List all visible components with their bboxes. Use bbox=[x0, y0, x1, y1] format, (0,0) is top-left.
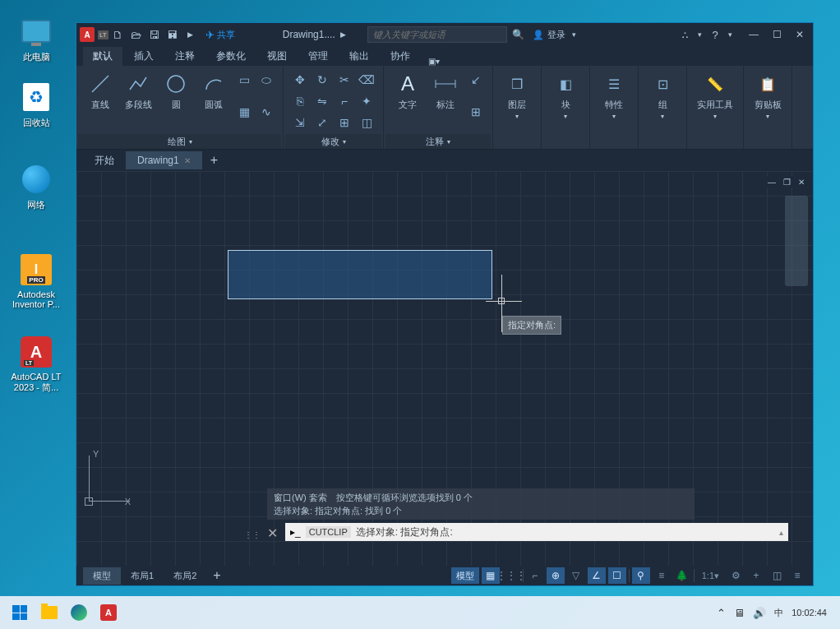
status-annoscale-button[interactable]: 1:1 ▾ bbox=[697, 567, 724, 584]
hatch-button[interactable]: ▦ bbox=[234, 103, 254, 121]
start-button[interactable] bbox=[5, 599, 35, 626]
tray-clock[interactable]: 10:02:44 bbox=[792, 608, 827, 617]
ribbon-apps-button[interactable]: ▣▾ bbox=[428, 57, 440, 66]
ribbon-tab-annotate[interactable]: 注释 bbox=[165, 47, 205, 66]
group-button[interactable]: ⊡组▾ bbox=[645, 71, 680, 132]
layout-add-button[interactable]: + bbox=[206, 566, 227, 585]
desktop-network[interactable]: 网络 bbox=[5, 163, 67, 211]
leader-button[interactable]: ↙ bbox=[466, 71, 486, 89]
status-polar-button[interactable]: ⊕ bbox=[547, 567, 565, 584]
taskbar-edge[interactable] bbox=[64, 599, 94, 626]
doc-tab-add[interactable]: + bbox=[202, 150, 226, 171]
tray-ime[interactable]: 中 bbox=[774, 607, 783, 619]
layout-tab-layout2[interactable]: 布局2 bbox=[164, 567, 206, 585]
offset-button[interactable]: ◫ bbox=[357, 113, 376, 132]
tray-network-icon[interactable]: 🖥 bbox=[734, 607, 745, 619]
layout-tab-layout1[interactable]: 布局1 bbox=[121, 567, 164, 585]
close-button[interactable]: ✕ bbox=[790, 26, 810, 43]
trim-button[interactable]: ✂ bbox=[335, 71, 354, 89]
fillet-button[interactable]: ⌐ bbox=[335, 92, 354, 110]
table-button[interactable]: ⊞ bbox=[466, 103, 486, 121]
status-snap-button[interactable]: ⋮⋮⋮ bbox=[502, 567, 520, 584]
ribbon-tab-output[interactable]: 输出 bbox=[339, 47, 379, 66]
ellipse-button[interactable]: ⬭ bbox=[256, 71, 276, 89]
search-input[interactable] bbox=[373, 30, 501, 39]
array-button[interactable]: ⊞ bbox=[335, 113, 354, 132]
panel-annot-label[interactable]: 注释▾ bbox=[385, 134, 491, 149]
mirror-button[interactable]: ⇋ bbox=[312, 92, 332, 110]
close-icon[interactable]: ✕ bbox=[184, 156, 191, 165]
rotate-button[interactable]: ↻ bbox=[312, 71, 332, 89]
drawing-canvas[interactable]: — ❐ ✕ 指定对角点: 窗口(W) 套索 按空格键可循环浏览选项找到 0 个 … bbox=[76, 171, 813, 566]
command-line[interactable]: ▸_ CUTCLIP 选择对象: 指定对角点: ▴ bbox=[285, 523, 788, 541]
ribbon-tab-collab[interactable]: 协作 bbox=[381, 47, 420, 66]
status-maximize-button[interactable]: + bbox=[747, 567, 765, 584]
doc-tab-drawing1[interactable]: Drawing1✕ bbox=[126, 151, 202, 169]
layers-button[interactable]: ❒图层▾ bbox=[500, 71, 534, 132]
polyline-button[interactable]: 多段线 bbox=[121, 71, 155, 132]
circle-button[interactable]: 圆 bbox=[159, 71, 193, 132]
doc-restore-button[interactable]: ❐ bbox=[780, 176, 793, 187]
new-file-button[interactable]: 🗋 bbox=[110, 26, 127, 43]
app-dropdown[interactable]: ▾ bbox=[695, 30, 705, 39]
minimize-button[interactable]: — bbox=[744, 26, 764, 43]
status-isolate-button[interactable]: ◫ bbox=[768, 567, 786, 584]
status-isodraft-button[interactable]: ▽ bbox=[567, 567, 585, 584]
status-ortho-button[interactable]: ⌐ bbox=[526, 567, 544, 584]
navigation-bar[interactable] bbox=[785, 196, 808, 286]
panel-draw-label[interactable]: 绘图▾ bbox=[78, 134, 281, 149]
title-dropdown[interactable]: ▶ bbox=[337, 30, 349, 39]
user-login[interactable]: 👤 登录 ▾ bbox=[533, 29, 579, 41]
save-button[interactable]: 🖫 bbox=[146, 26, 163, 43]
util-button[interactable]: 📏实用工具▾ bbox=[694, 71, 736, 132]
status-cycle-button[interactable]: 🌲 bbox=[673, 567, 691, 584]
ribbon-tab-insert[interactable]: 插入 bbox=[124, 47, 164, 66]
status-customize-button[interactable]: ≡ bbox=[788, 567, 806, 584]
status-osnap-button[interactable]: ∠ bbox=[588, 567, 606, 584]
panel-modify-label[interactable]: 修改▾ bbox=[285, 134, 381, 149]
cmd-close-icon[interactable]: ✕ bbox=[267, 526, 278, 540]
explode-button[interactable]: ✦ bbox=[357, 92, 376, 110]
share-button[interactable]: ✈ 共享 bbox=[201, 29, 240, 41]
handle-icon[interactable]: ⋮⋮ bbox=[244, 530, 261, 539]
maximize-button[interactable]: ☐ bbox=[767, 26, 787, 43]
block-button[interactable]: ◧块▾ bbox=[548, 71, 583, 132]
status-transparency-button[interactable]: ≡ bbox=[653, 567, 671, 584]
dim-button[interactable]: 标注 bbox=[428, 71, 463, 132]
desktop-recycle-bin[interactable]: 回收站 bbox=[5, 81, 67, 129]
taskbar-autocad[interactable]: A bbox=[94, 599, 123, 626]
autodesk-app-button[interactable]: ⛬ bbox=[676, 26, 693, 43]
clipboard-button[interactable]: 📋剪贴板▾ bbox=[750, 71, 785, 132]
copy-button[interactable]: ⎘ bbox=[290, 92, 310, 110]
move-button[interactable]: ✥ bbox=[290, 71, 310, 89]
help-button[interactable]: ? bbox=[707, 26, 723, 43]
qat-more-button[interactable]: ▶ bbox=[182, 26, 199, 43]
open-file-button[interactable]: 🗁 bbox=[128, 26, 145, 43]
desktop-autocad[interactable]: A AutoCAD LT 2023 - 简... bbox=[5, 335, 67, 394]
ucs-icon[interactable] bbox=[85, 451, 134, 508]
search-box[interactable] bbox=[367, 26, 507, 43]
ribbon-tab-default[interactable]: 默认 bbox=[83, 47, 122, 66]
app-logo[interactable]: A bbox=[80, 27, 95, 42]
help-dropdown[interactable]: ▾ bbox=[725, 30, 736, 39]
doc-minimize-button[interactable]: — bbox=[765, 176, 778, 187]
tray-chevron-icon[interactable]: ⌃ bbox=[717, 607, 726, 619]
command-input[interactable]: 选择对象: 指定对角点: bbox=[356, 525, 774, 539]
stretch-button[interactable]: ⇲ bbox=[290, 113, 310, 132]
rect-button[interactable]: ▭ bbox=[234, 71, 254, 89]
search-icon[interactable]: 🔍 bbox=[512, 29, 524, 40]
status-gear-button[interactable]: ⚙ bbox=[727, 567, 745, 584]
cmd-expand-button[interactable]: ▴ bbox=[779, 528, 783, 537]
scale-button[interactable]: ⤢ bbox=[312, 113, 332, 132]
ribbon-tab-parametric[interactable]: 参数化 bbox=[206, 47, 256, 66]
save-as-button[interactable]: 🖬 bbox=[164, 26, 181, 43]
arc-button[interactable]: 圆弧 bbox=[196, 71, 231, 132]
desktop-this-pc[interactable]: 此电脑 bbox=[5, 15, 67, 63]
doc-close-button[interactable]: ✕ bbox=[795, 176, 808, 187]
status-otrack-button[interactable]: ☐ bbox=[608, 567, 626, 584]
taskbar-explorer[interactable] bbox=[35, 599, 64, 626]
ribbon-tab-manage[interactable]: 管理 bbox=[298, 47, 338, 66]
status-lineweight-button[interactable]: ⚲ bbox=[632, 567, 650, 584]
erase-button[interactable]: ⌫ bbox=[357, 71, 376, 89]
doc-tab-start[interactable]: 开始 bbox=[83, 150, 126, 171]
